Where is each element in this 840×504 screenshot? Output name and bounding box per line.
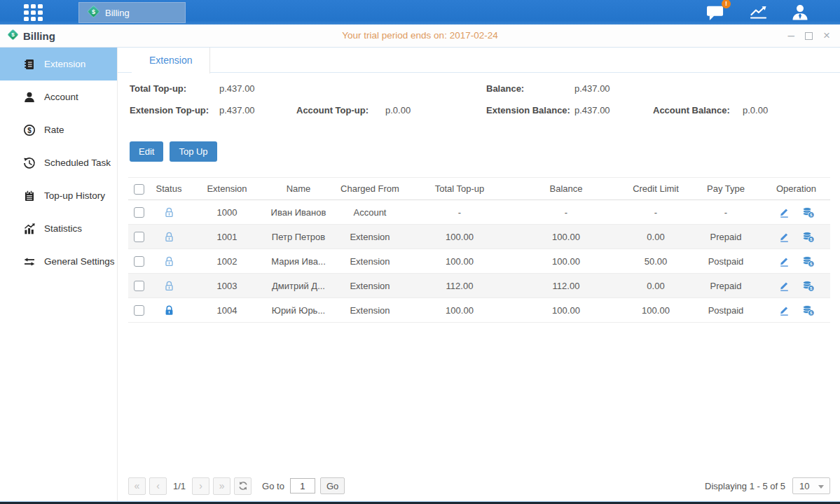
refresh-button[interactable]	[234, 477, 252, 495]
go-button[interactable]: Go	[320, 477, 345, 494]
col-charged-from: Charged From	[331, 178, 409, 200]
svg-text:$: $	[810, 310, 813, 315]
cell-credit-limit: 0.00	[622, 225, 689, 249]
topup-row-icon[interactable]: $	[801, 304, 815, 316]
page-size-value: 10	[799, 481, 809, 491]
edit-row-icon[interactable]	[778, 280, 790, 292]
sidebar-item-statistics[interactable]: Statistics	[0, 212, 117, 245]
topup-row-icon[interactable]: $	[801, 280, 815, 292]
cell-credit-limit: 50.00	[622, 249, 689, 274]
sidebar-item-extension[interactable]: Extension	[0, 48, 117, 80]
edit-row-icon[interactable]	[778, 231, 790, 243]
svg-text:$: $	[810, 261, 813, 266]
billing-diamond-icon: $	[87, 5, 100, 21]
next-page-button[interactable]: ›	[192, 477, 209, 495]
contacts-book-icon	[23, 58, 36, 71]
history-clock-icon	[23, 157, 36, 169]
total-topup-label: Total Top-up:	[130, 83, 186, 94]
col-status: Status	[150, 178, 188, 200]
cell-balance: 100.00	[510, 225, 622, 249]
sidebar-item-topup-history[interactable]: Top-up History	[0, 179, 117, 212]
edit-row-icon[interactable]	[778, 255, 790, 267]
cell-balance: -	[510, 200, 622, 225]
svg-text:$: $	[810, 237, 813, 241]
sidebar-item-scheduled-task[interactable]: Scheduled Task	[0, 146, 117, 179]
col-extension: Extension	[188, 178, 266, 200]
displaying-text: Displaying 1 - 5 of 5	[705, 481, 785, 491]
taskbar-tab-billing[interactable]: $ Billing	[78, 2, 186, 23]
account-topup-label: Account Top-up:	[296, 105, 369, 115]
table-row: 1004 Юрий Юрь... Extension 100.00 100.00…	[128, 298, 830, 323]
svg-text:$: $	[27, 126, 32, 134]
row-checkbox[interactable]	[134, 232, 144, 242]
edit-button[interactable]: Edit	[130, 141, 163, 162]
sidebar-item-label: Statistics	[44, 223, 82, 234]
cell-balance: 100.00	[510, 249, 622, 274]
row-checkbox[interactable]	[134, 256, 144, 267]
taskbar-tab-label: Billing	[105, 8, 130, 18]
tab-extension[interactable]: Extension	[132, 48, 210, 74]
edit-row-icon[interactable]	[778, 206, 790, 218]
col-name: Name	[266, 178, 331, 200]
dollar-circle-icon: $	[23, 124, 36, 136]
cell-balance: 112.00	[510, 274, 622, 298]
page-indicator: 1/1	[173, 481, 186, 491]
sidebar-item-account[interactable]: Account	[0, 80, 117, 113]
cell-credit-limit: 100.00	[622, 298, 689, 323]
last-page-button[interactable]: »	[213, 477, 230, 495]
account-balance-label: Account Balance:	[653, 105, 730, 115]
svg-text:$: $	[810, 212, 813, 217]
sidebar-item-label: Scheduled Task	[44, 158, 111, 168]
notifications-icon[interactable]: !	[705, 4, 726, 21]
extension-topup-value: p.437.00	[219, 105, 255, 115]
extension-topup-label: Extension Top-up:	[130, 105, 209, 115]
cell-name: Мария Ива...	[266, 249, 331, 274]
cell-extension: 1000	[188, 200, 266, 225]
close-button[interactable]: ×	[823, 29, 830, 42]
cell-credit-limit: -	[622, 200, 689, 225]
goto-page-input[interactable]	[290, 478, 315, 493]
balance-value: p.437.00	[574, 83, 610, 94]
edit-row-icon[interactable]	[778, 304, 790, 316]
statistics-chart-icon	[23, 223, 36, 235]
sidebar: Extension Account $ Rate Scheduled Task …	[0, 48, 118, 501]
trial-notice: Your trial period ends on: 2017-02-24	[0, 30, 840, 41]
total-topup-value: p.437.00	[219, 83, 255, 94]
table-row: 1001 Петр Петров Extension 100.00 100.00…	[128, 225, 830, 249]
row-checkbox[interactable]	[134, 305, 144, 316]
row-checkbox[interactable]	[134, 207, 144, 218]
sliders-icon	[23, 255, 36, 268]
cell-charged-from: Account	[331, 200, 409, 225]
cell-charged-from: Extension	[331, 274, 409, 298]
topup-row-icon[interactable]: $	[801, 255, 815, 267]
table-row: 1002 Мария Ива... Extension 100.00 100.0…	[128, 249, 830, 274]
cell-extension: 1003	[188, 274, 266, 298]
topup-button[interactable]: Top Up	[170, 141, 216, 162]
prev-page-button[interactable]: ‹	[149, 477, 167, 495]
cell-pay-type: Postpaid	[689, 298, 762, 323]
lock-open-icon	[163, 206, 175, 218]
resource-monitor-icon[interactable]	[749, 4, 768, 20]
app-grid-icon[interactable]	[24, 4, 49, 21]
extension-table: Status Extension Name Charged From Total…	[128, 177, 830, 323]
first-page-button[interactable]: «	[128, 477, 146, 495]
cell-pay-type: Postpaid	[689, 249, 762, 274]
sidebar-item-rate[interactable]: $ Rate	[0, 113, 117, 146]
screen: $ Billing ! $ Billing Your trial period …	[0, 0, 840, 504]
window-bottom-edge	[0, 501, 840, 504]
sidebar-item-label: Top-up History	[44, 190, 105, 201]
page-size-select[interactable]: 10	[792, 477, 830, 494]
cell-total-topup: -	[409, 200, 510, 225]
cell-total-topup: 100.00	[409, 225, 510, 249]
user-account-icon[interactable]	[791, 4, 809, 21]
cell-name: Дмитрий Д...	[266, 274, 331, 298]
select-all-checkbox[interactable]	[134, 184, 144, 195]
row-checkbox[interactable]	[134, 281, 144, 291]
sidebar-item-general-settings[interactable]: General Settings	[0, 245, 117, 278]
maximize-button[interactable]	[805, 32, 813, 40]
minimize-button[interactable]: –	[788, 29, 794, 42]
topup-row-icon[interactable]: $	[801, 231, 815, 243]
table-row: 1000 Иван Иванов Account - - - - $	[128, 200, 830, 225]
svg-text:$: $	[810, 286, 813, 290]
topup-row-icon[interactable]: $	[801, 206, 815, 218]
